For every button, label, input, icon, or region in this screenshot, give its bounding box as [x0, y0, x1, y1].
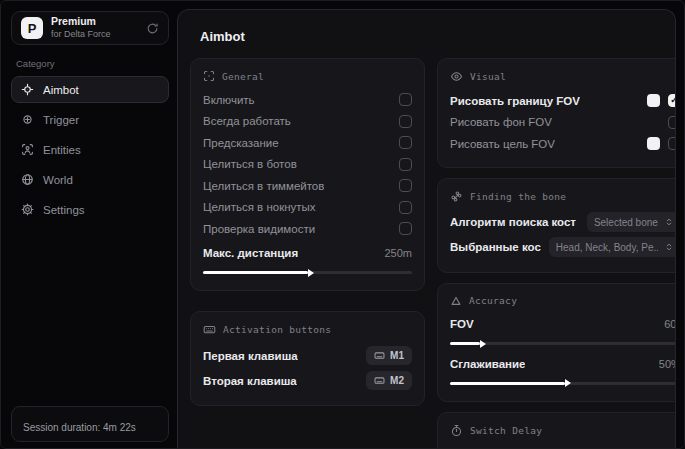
eye-icon: [450, 70, 463, 83]
sidebar-item-settings[interactable]: Settings: [11, 196, 169, 223]
brand-subtitle: for Delta Force: [51, 30, 111, 40]
brand-card: P Premium for Delta Force: [11, 11, 169, 45]
smoothing-label: Сглаживание: [450, 358, 525, 370]
visual-controls: [668, 116, 676, 129]
visual-label: Рисовать границу FOV: [450, 95, 580, 107]
slider-thumb[interactable]: [480, 340, 486, 348]
panel-general: General Включить Всегда работать Предска…: [190, 58, 425, 291]
session-card: Session duration: 4m 22s: [11, 406, 169, 442]
checkbox-enable[interactable]: [399, 93, 412, 106]
toggle-label: Включить: [203, 94, 255, 106]
sidebar-item-world[interactable]: World: [11, 166, 169, 193]
panel-visual: Visual Рисовать границу FOV Рисовать фон…: [437, 58, 676, 168]
keybind-label: Вторая клавиша: [203, 375, 297, 387]
keybind-row-secondary: Вторая клавиша M2: [203, 368, 412, 393]
checkbox-draw-fov-target[interactable]: [668, 137, 676, 150]
gear-icon: [21, 203, 34, 216]
slider-fill: [450, 342, 480, 345]
slider-thumb[interactable]: [308, 269, 314, 277]
sidebar-item-aimbot[interactable]: Aimbot: [11, 76, 169, 103]
sync-icon[interactable]: [146, 22, 159, 35]
brand-title: Premium: [51, 16, 111, 28]
checkbox-target-teammates[interactable]: [399, 179, 412, 192]
smoothing-slider[interactable]: [450, 382, 676, 385]
bone-icon: [450, 190, 463, 203]
visual-label: Рисовать цель FOV: [450, 138, 555, 150]
panel-general-header: General: [203, 70, 412, 82]
unfold-icon: [664, 242, 674, 252]
panel-switch-delay: Switch Delay Задержка переключения Задер…: [437, 412, 676, 449]
checkbox-always-work[interactable]: [399, 115, 412, 128]
checkbox-target-knocked[interactable]: [399, 201, 412, 214]
fov-value: 60°: [664, 318, 676, 330]
toggle-label: Проверка видимости: [203, 223, 315, 235]
keyboard-icon: [374, 375, 385, 386]
panel-finding-bone: Finding the bone Алгоритм поиска кост Se…: [437, 178, 676, 273]
color-swatch-fov-border[interactable]: [647, 94, 660, 107]
checkbox-visibility-check[interactable]: [399, 222, 412, 235]
triangle-icon: [450, 295, 462, 307]
fov-label: FOV: [450, 318, 474, 330]
bone-algorithm-row: Алгоритм поиска кост Selected bone: [450, 210, 676, 235]
sidebar-item-trigger[interactable]: Trigger: [11, 106, 169, 133]
panel-visual-header: Visual: [450, 70, 676, 83]
toggle-label: Предсказание: [203, 137, 279, 149]
column-left: General Включить Всегда работать Предска…: [190, 58, 425, 448]
sidebar-item-label: Trigger: [43, 114, 79, 126]
max-distance-slider[interactable]: [203, 271, 412, 274]
toggle-row-prediction: Предсказание: [203, 132, 412, 154]
panel-switch-delay-header: Switch Delay: [450, 424, 676, 437]
slider-thumb[interactable]: [565, 379, 571, 387]
sidebar-item-label: Entities: [43, 144, 81, 156]
keybind-button-primary[interactable]: M1: [366, 346, 412, 365]
slider-value: 250m: [384, 247, 412, 259]
selected-bones-select[interactable]: Head, Neck, Body, Pe..: [549, 237, 676, 257]
fov-slider[interactable]: [450, 342, 676, 345]
keyboard-icon: [203, 323, 216, 336]
max-distance-group: Макс. дистанция 250m: [203, 243, 412, 275]
visual-controls: [647, 137, 676, 150]
toggle-row-target-bots: Целиться в ботов: [203, 154, 412, 176]
toggle-row-enable: Включить: [203, 89, 412, 111]
checkbox-target-bots[interactable]: [399, 158, 412, 171]
smoothing-slider-group: Сглаживание 50%: [450, 353, 676, 385]
slider-fill: [203, 271, 308, 274]
panel-activation-header: Activation buttons: [203, 323, 412, 336]
color-swatch-fov-target[interactable]: [647, 137, 660, 150]
toggle-row-target-teammates: Целиться в тиммейтов: [203, 175, 412, 197]
visual-row-fov-target: Рисовать цель FOV: [450, 133, 676, 155]
app-logo: P: [21, 17, 43, 39]
unfold-icon: [664, 217, 674, 227]
keybind-button-secondary[interactable]: M2: [366, 371, 412, 390]
slider-fill: [450, 382, 565, 385]
panel-columns: General Включить Всегда работать Предска…: [188, 58, 665, 448]
bone-selected-row: Выбранные кос Head, Neck, Body, Pe..: [450, 235, 676, 260]
panel-activation-buttons: Activation buttons Первая клавиша M1: [190, 311, 425, 406]
sidebar-item-entities[interactable]: Entities: [11, 136, 169, 163]
panel-accuracy: Accuracy FOV 60° Сглаживание: [437, 283, 676, 402]
category-label: Category: [16, 58, 169, 69]
panel-bone-header: Finding the bone: [450, 190, 676, 203]
sidebar: P Premium for Delta Force Category Aimbo…: [1, 1, 177, 448]
toggle-row-always-work: Всегда работать: [203, 111, 412, 133]
brand-text: Premium for Delta Force: [51, 16, 111, 39]
panel-accuracy-header: Accuracy: [450, 295, 676, 307]
stopwatch-icon: [450, 424, 463, 437]
visual-row-fov-border: Рисовать границу FOV: [450, 90, 676, 112]
bone-selected-label: Выбранные кос: [450, 241, 541, 253]
checkbox-draw-fov-border[interactable]: [668, 94, 676, 107]
session-duration: Session duration: 4m 22s: [23, 422, 136, 433]
visual-label: Рисовать фон FOV: [450, 116, 552, 128]
main-panel: Aimbot General: [177, 9, 676, 448]
checkbox-draw-fov-background[interactable]: [668, 116, 676, 129]
bone-algorithm-select[interactable]: Selected bone: [587, 212, 676, 232]
keybind-row-primary: Первая клавиша M1: [203, 343, 412, 368]
smoothing-value: 50%: [659, 358, 676, 370]
fov-slider-group: FOV 60°: [450, 314, 676, 346]
checkbox-prediction[interactable]: [399, 136, 412, 149]
crosshair-icon: [21, 83, 34, 96]
toggle-row-target-knocked: Целиться в нокнутых: [203, 197, 412, 219]
keyboard-icon: [374, 350, 385, 361]
sidebar-item-label: Aimbot: [43, 84, 79, 96]
slider-label-row: Сглаживание 50%: [450, 353, 676, 375]
